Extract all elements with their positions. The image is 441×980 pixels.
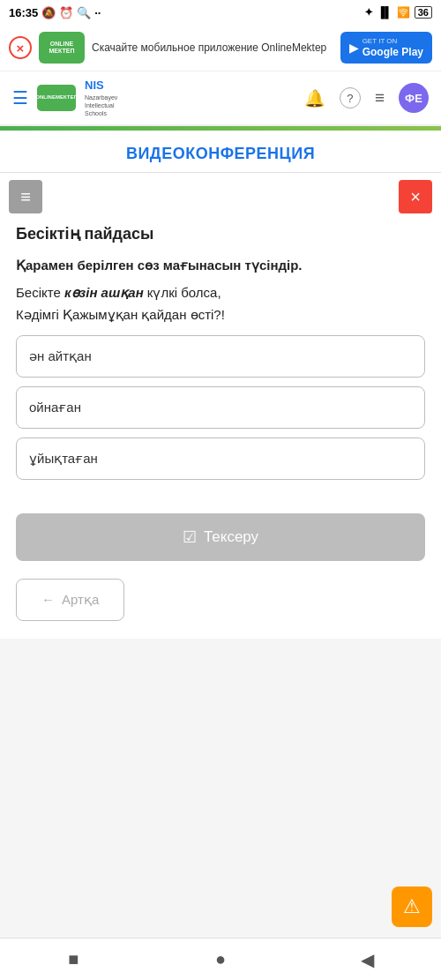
battery-icon: 36	[415, 6, 432, 19]
back-icon: ←	[41, 592, 55, 607]
google-play-label-group: GET IT ON Google Play	[363, 37, 423, 58]
bottom-nav-circle[interactable]: ●	[203, 942, 238, 977]
dots-icon: ··	[94, 6, 101, 19]
nav-nis-logo: NIS Nazarbayev Intellectual Schools	[85, 79, 117, 117]
back-button[interactable]: ← Артқа	[16, 579, 124, 621]
navbar: ☰ ONLINE МЕКТЕП NIS Nazarbayev Intellect…	[0, 71, 441, 126]
google-play-icon: ▶	[349, 41, 359, 55]
bell-icon[interactable]: 🔔	[304, 88, 325, 108]
banner-text: Скачайте мобильное приложение OnlineMekt…	[92, 41, 333, 56]
check-icon: ☑	[183, 527, 197, 547]
answer-option-1[interactable]: ән айтқан	[16, 335, 425, 378]
bottom-nav: ■ ● ◀	[0, 938, 441, 980]
status-right: ✦ ▐▌ 🛜 36	[364, 6, 432, 19]
list-icon[interactable]: ≡	[375, 88, 385, 108]
user-avatar[interactable]: ФЕ	[399, 83, 429, 113]
banner-close-button[interactable]: ×	[9, 36, 32, 59]
answer-option-3[interactable]: ұйықтаған	[16, 438, 425, 480]
answer-option-2[interactable]: ойнаған	[16, 386, 425, 429]
question-text-suffix: күлкі болса,	[144, 285, 221, 300]
page-title: ВИДЕОКОНФЕРЕНЦИЯ	[9, 145, 432, 163]
question-area: Бесіктің пайдасы Қарамен берілген сөз ма…	[0, 221, 441, 499]
content-area: ≡ × Бесіктің пайдасы Қарамен берілген сө…	[0, 173, 441, 639]
check-button-label: Тексеру	[204, 528, 258, 546]
content-toolbar: ≡ ×	[0, 173, 441, 221]
bottom-nav-back[interactable]: ◀	[350, 942, 385, 977]
question-text-bold: көзін ашқан	[64, 285, 144, 300]
wifi-icon: 🛜	[397, 6, 410, 19]
search-icon: 🔍	[77, 6, 91, 19]
check-button-area: ☑ Тексеру	[0, 499, 441, 572]
help-icon[interactable]: ?	[340, 87, 361, 108]
nav-icons: 🔔 ? ≡ ФЕ	[304, 83, 429, 113]
warning-fab[interactable]: ⚠	[392, 886, 432, 927]
bluetooth-icon: ✦	[364, 6, 373, 19]
nav-menu-icon[interactable]: ☰	[12, 87, 28, 108]
question-text-line1: Бесікте көзін ашқан күлкі болса,	[16, 283, 425, 303]
question-text-line2: Кәдімгі Қажымұқан қайдан өсті?!	[16, 307, 425, 323]
question-text-prefix: Бесікте	[16, 285, 64, 300]
status-bar: 16:35 🔕 ⏰ 🔍 ·· ✦ ▐▌ 🛜 36	[0, 0, 441, 25]
app-banner: × ONLINE МЕКТЕП Скачайте мобильное прило…	[0, 25, 441, 71]
hamburger-button[interactable]: ≡	[9, 180, 42, 213]
banner-logo: ONLINE МЕКТЕП	[39, 32, 85, 64]
close-button[interactable]: ×	[399, 180, 432, 213]
google-play-button[interactable]: ▶ GET IT ON Google Play	[340, 32, 432, 64]
back-button-area: ← Артқа	[0, 572, 441, 639]
bottom-nav-square[interactable]: ■	[56, 942, 91, 977]
clock-icon: ⏰	[59, 6, 73, 19]
back-button-label: Артқа	[62, 592, 99, 608]
question-topic: Бесіктің пайдасы	[16, 224, 425, 243]
nav-online-logo: ONLINE МЕКТЕП	[37, 85, 76, 111]
check-button[interactable]: ☑ Тексеру	[16, 513, 425, 561]
status-left: 16:35 🔕 ⏰ 🔍 ··	[9, 6, 101, 19]
time-label: 16:35	[9, 6, 38, 19]
question-instruction: Қарамен берілген сөз мағынасын түсіндір.	[16, 256, 425, 274]
alarm-off-icon: 🔕	[41, 6, 56, 19]
page-title-bar: ВИДЕОКОНФЕРЕНЦИЯ	[0, 131, 441, 173]
signal-icon: ▐▌	[377, 6, 392, 19]
